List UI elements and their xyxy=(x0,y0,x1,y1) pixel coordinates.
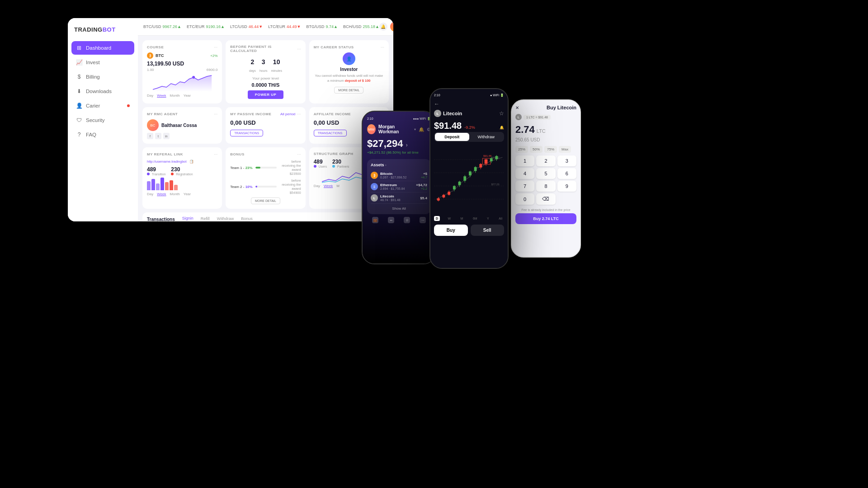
ref-tab-year[interactable]: Year xyxy=(184,192,191,196)
tab-week[interactable]: Week xyxy=(157,94,166,98)
bonus-more-button[interactable]: MORE DETAIL xyxy=(251,197,280,204)
num-3[interactable]: 3 xyxy=(557,155,576,166)
transfer-nav-icon[interactable]: ↔ xyxy=(388,217,394,223)
ethereum-holdings: 2.694 · $1,755.84 xyxy=(380,187,416,190)
tab-bonus[interactable]: Bonus xyxy=(241,216,253,221)
deposit-tab[interactable]: Deposit xyxy=(435,133,469,141)
buy-title: Buy Litecoin xyxy=(547,105,576,110)
star-nav-icon[interactable]: ☆ xyxy=(404,217,410,223)
sell-button[interactable]: Sell xyxy=(471,225,505,236)
pct-50-btn[interactable]: 50% xyxy=(530,146,542,153)
buy-ltc-button[interactable]: Buy 2.74 LTC xyxy=(515,213,576,224)
tab-withdraw[interactable]: Withdraw xyxy=(217,216,234,221)
linkedin-icon[interactable]: in xyxy=(163,133,170,139)
sidebar-item-security[interactable]: 🛡 Security xyxy=(71,113,134,127)
structure-tab-week[interactable]: Week xyxy=(324,184,333,188)
period-select[interactable]: All period xyxy=(280,112,295,116)
ethereum-name: Ethereum xyxy=(380,183,416,187)
phone-center-signal: ● WiFi 🔋 xyxy=(490,94,504,97)
asset-bitcoin: ₿ Bitcoin 0.267 · $27,698.52 +$ +4.7 xyxy=(371,170,427,181)
sidebar-item-faq[interactable]: ? FAQ xyxy=(71,128,134,141)
countdown-days: 2 xyxy=(249,58,256,66)
sidebar-item-dashboard[interactable]: ⊞ Dashboard xyxy=(71,41,134,55)
num-4[interactable]: 4 xyxy=(515,168,534,179)
num-backspace[interactable]: ⌫ xyxy=(536,193,555,205)
passive-transactions-button[interactable]: TRANSACTIONS xyxy=(230,130,263,136)
bell-icon[interactable]: 🔔 xyxy=(419,127,424,132)
tab-month[interactable]: Month xyxy=(170,94,180,98)
ref-tab-day[interactable]: Day xyxy=(147,192,153,196)
time-tab-y[interactable]: Y xyxy=(485,216,491,221)
structure-users-label: Users xyxy=(314,165,327,168)
course-mini-chart xyxy=(147,74,217,92)
sidebar-item-downloads[interactable]: ⬇ Downloads xyxy=(71,84,134,98)
num-8[interactable]: 8 xyxy=(536,181,555,192)
tab-refill[interactable]: Refill xyxy=(201,216,210,221)
more-nav-icon[interactable]: ··· xyxy=(420,217,426,223)
star-fav-icon[interactable]: ☆ xyxy=(499,110,504,117)
affiliate-transactions-button[interactable]: TRANSACTIONS xyxy=(314,130,347,136)
career-more-detail-button[interactable]: MORE DETAIL xyxy=(334,87,363,94)
ticker-value-1: 9190.16▲ xyxy=(206,24,224,29)
passive-menu[interactable]: ··· xyxy=(297,112,301,117)
bitcoin-change: +4.7 xyxy=(421,176,427,179)
course-menu[interactable]: ··· xyxy=(214,45,217,50)
time-tab-all[interactable]: All xyxy=(497,216,504,221)
tab-year[interactable]: Year xyxy=(184,94,191,98)
num-1[interactable]: 1 xyxy=(515,155,534,166)
wallet-nav-icon[interactable]: 💼 xyxy=(372,217,378,223)
referral-menu[interactable]: ··· xyxy=(214,152,217,157)
close-icon[interactable]: ✕ xyxy=(515,105,519,110)
facebook-icon[interactable]: f xyxy=(147,133,153,139)
structure-tab-m[interactable]: M xyxy=(336,184,340,188)
num-0[interactable]: 0 xyxy=(515,193,534,205)
phone-left-status-bar: 2:10 ●●● WiFi 🔋 xyxy=(367,117,431,121)
structure-tab-day[interactable]: Day xyxy=(314,184,320,188)
ticker-value-2: 46.44▼ xyxy=(249,24,263,29)
sidebar-item-billing[interactable]: $ Billing xyxy=(71,70,134,84)
twitter-icon[interactable]: t xyxy=(155,133,161,139)
power-up-button[interactable]: POWER UP xyxy=(248,90,284,99)
investor-desc: You cannot withdraw funds until will not… xyxy=(314,74,384,83)
social-icons: f t in xyxy=(147,133,217,139)
back-button[interactable]: ← xyxy=(434,101,504,107)
copy-link-icon[interactable]: 📋 xyxy=(189,160,193,164)
show-all-button[interactable]: Show All xyxy=(371,206,427,211)
sidebar-item-invest[interactable]: 📈 Invest xyxy=(71,56,134,69)
ref-tab-week[interactable]: Week xyxy=(157,192,166,196)
sidebar-item-carier[interactable]: 👤 Carier xyxy=(71,99,134,113)
ticker-label-1: ETC/EUR xyxy=(187,24,205,29)
svg-text:$77.23: $77.23 xyxy=(491,183,500,186)
time-tab-d[interactable]: D xyxy=(434,216,440,221)
pct-25-btn[interactable]: 25% xyxy=(515,146,528,153)
team2-pct: 10% xyxy=(245,185,253,189)
buy-button[interactable]: Buy xyxy=(434,225,468,236)
passive-income-card: MY PASSIVE INCOME All period ··· 0,00 US… xyxy=(226,107,305,144)
svg-point-0 xyxy=(192,76,195,79)
num-9[interactable]: 9 xyxy=(557,181,576,192)
deposit-withdraw-tabs: Deposit Withdraw xyxy=(434,132,504,142)
user-avatar[interactable]: 👤 xyxy=(390,22,393,32)
bonus-menu[interactable]: ··· xyxy=(297,152,301,157)
payment-menu[interactable]: ··· xyxy=(297,47,301,52)
ref-tab-month[interactable]: Month xyxy=(170,192,180,196)
time-tab-m[interactable]: M xyxy=(459,216,465,221)
notification-icon[interactable]: 🔔 xyxy=(379,23,387,31)
phone-center-status-bar: 2:10 ● WiFi 🔋 xyxy=(434,94,504,97)
career-menu[interactable]: ··· xyxy=(381,45,384,50)
time-tab-w[interactable]: W xyxy=(446,216,453,221)
time-tab-6m[interactable]: 6M xyxy=(471,216,479,221)
tab-signin[interactable]: Signin xyxy=(182,216,193,221)
registrations-dot xyxy=(171,173,174,175)
pct-max-btn[interactable]: Max xyxy=(559,146,571,153)
num-5[interactable]: 5 xyxy=(536,168,555,179)
tab-day[interactable]: Day xyxy=(147,94,153,98)
rmc-menu[interactable]: ··· xyxy=(214,112,217,117)
assets-title: Assets › xyxy=(371,163,427,167)
pct-75-btn[interactable]: 75% xyxy=(544,146,557,153)
withdraw-tab[interactable]: Withdraw xyxy=(469,133,504,141)
bell-alert-icon[interactable]: 🔔 xyxy=(500,126,504,130)
num-2[interactable]: 2 xyxy=(536,155,555,166)
num-7[interactable]: 7 xyxy=(515,181,534,192)
num-6[interactable]: 6 xyxy=(557,168,576,179)
